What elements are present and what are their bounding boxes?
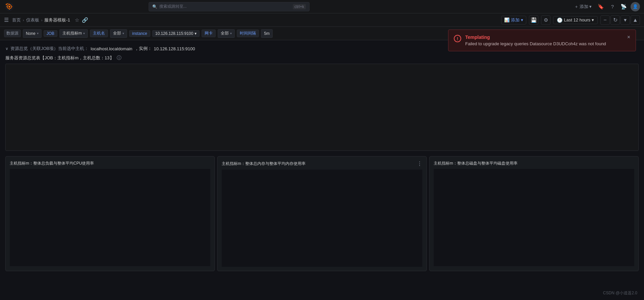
- time-interval-select[interactable]: 5m: [261, 29, 273, 38]
- network-caret-icon: ▾: [230, 32, 232, 35]
- panel-disk-header: 主机指标m：整体总磁盘与整体平均磁盘使用率: [434, 161, 634, 166]
- mark-button[interactable]: 🔖: [596, 2, 606, 11]
- zoom-controls: − ↻ ▾ ▲: [600, 15, 640, 25]
- instance-caret-icon: ▾: [195, 31, 197, 36]
- toast-error-icon: !: [454, 35, 461, 42]
- job-select[interactable]: 主机指标m ▾: [59, 29, 88, 38]
- error-toast: ! Templating Failed to upgrade legacy qu…: [448, 29, 636, 51]
- panel-disk-title: 主机指标m：整体总磁盘与整体平均磁盘使用率: [434, 161, 518, 166]
- hostname-label: 主机名: [90, 29, 108, 37]
- panel-cpu-header: 主机指标m：整体总负载与整体平均CPU使用率: [10, 161, 210, 166]
- datasource-caret-icon: ▾: [37, 32, 39, 35]
- overview-label: 资源总览（关联JOB项）当前选中主机：: [10, 46, 89, 52]
- chart-panels-row: 主机指标m：整体总负载与整体平均CPU使用率 主机指标m：整体总内存与整体平均内…: [5, 156, 639, 271]
- add-caret-icon: ▾: [589, 4, 592, 9]
- datasource-label: 数据源: [4, 29, 21, 37]
- grafana-logo[interactable]: [4, 1, 15, 12]
- instance-select[interactable]: 10.126.128.115:9100 ▾: [152, 30, 200, 37]
- panel-memory-title: 主机指标m：整体总内存与整体平均内存使用率: [222, 161, 306, 167]
- save-dashboard-button[interactable]: 💾: [529, 15, 538, 25]
- search-placeholder: 搜索或跳转至...: [159, 4, 187, 9]
- hamburger-menu[interactable]: ☰: [4, 17, 9, 23]
- panel-section-title: 服务器资源总览表【JOB：主机指标m，主机总数：13】: [5, 55, 114, 61]
- nav-right-actions: ＋ 添加 ▾ 🔖 ? 📡 👤: [572, 2, 640, 11]
- collapse-button[interactable]: ▲: [631, 15, 640, 25]
- breadcrumb-sep-1: ›: [23, 18, 24, 22]
- panel-cpu: 主机指标m：整体总负载与整体平均CPU使用率: [5, 156, 215, 271]
- search-icon: 🔍: [152, 4, 157, 9]
- breadcrumb-bar: ☰ 首页 › 仪表板 › 服务器模板-1 ☆ 🔗 📊 添加 ▾ 💾 ⚙ 🕐 La…: [0, 13, 644, 27]
- overview-instance: 10.126.128.115:9100: [154, 46, 195, 51]
- panel-memory: 主机指标m：整体总内存与整体平均内存使用率 ⋮: [217, 156, 427, 271]
- news-button[interactable]: 📡: [619, 2, 629, 11]
- hostname-select[interactable]: 全部 ▾: [110, 29, 127, 38]
- zoom-options-button[interactable]: ▾: [621, 15, 630, 25]
- toast-title: Templating: [465, 35, 621, 40]
- search-bar[interactable]: 🔍 搜索或跳转至... ctrl+k: [149, 2, 310, 11]
- refresh-button[interactable]: ↻: [610, 15, 620, 25]
- panel-memory-header: 主机指标m：整体总内存与整体平均内存使用率 ⋮: [222, 161, 422, 167]
- svg-point-2: [8, 6, 10, 8]
- overview-comma: ，实例：: [135, 46, 152, 52]
- panel-memory-menu-button[interactable]: ⋮: [417, 161, 422, 167]
- toolbar-right: 📊 添加 ▾ 💾 ⚙ 🕐 Last 12 hours ▾ − ↻ ▾ ▲: [501, 15, 640, 25]
- search-shortcut: ctrl+k: [293, 4, 306, 9]
- toast-close-button[interactable]: ×: [627, 35, 630, 40]
- toast-body: Failed to upgrade legacy queries Datasou…: [465, 41, 621, 46]
- time-interval-label: 时间间隔: [237, 29, 259, 37]
- job-caret-icon: ▾: [83, 32, 85, 35]
- watermark: CSDN @小逍遥2.0: [603, 290, 637, 296]
- hostname-caret-icon: ▾: [122, 32, 124, 35]
- breadcrumb-current: 服务器模板-1: [44, 17, 70, 23]
- clock-icon: 🕐: [557, 17, 562, 23]
- toast-content: Templating Failed to upgrade legacy quer…: [465, 35, 621, 46]
- zoom-out-button[interactable]: −: [600, 15, 610, 25]
- add-panel-button[interactable]: 📊 添加 ▾: [501, 16, 526, 24]
- overview-host: localhost.localdomain: [91, 46, 132, 51]
- instance-label: instance: [129, 30, 150, 37]
- panel-disk: 主机指标m：整体总磁盘与整体平均磁盘使用率: [429, 156, 639, 271]
- table-panel: [5, 64, 639, 151]
- datasource-select[interactable]: None ▾: [23, 29, 42, 38]
- job-label: JOB: [44, 30, 57, 37]
- user-avatar[interactable]: 👤: [631, 2, 640, 11]
- share-icon[interactable]: 🔗: [82, 17, 88, 23]
- panel-disk-body: [434, 169, 634, 266]
- add-panel-caret-icon: ▾: [521, 17, 523, 22]
- help-button[interactable]: ?: [608, 2, 617, 11]
- add-icon: ＋: [574, 4, 579, 10]
- top-navigation: 🔍 搜索或跳转至... ctrl+k ＋ 添加 ▾ 🔖 ? 📡 👤: [0, 0, 644, 13]
- breadcrumb-sep-2: ›: [41, 18, 43, 22]
- time-range-picker[interactable]: 🕐 Last 12 hours ▾: [553, 16, 598, 24]
- breadcrumb-actions: ☆ 🔗: [75, 17, 88, 23]
- add-button[interactable]: ＋ 添加 ▾: [572, 2, 594, 11]
- content-area: ∨ 资源总览（关联JOB项）当前选中主机： localhost.localdom…: [0, 40, 644, 271]
- network-select[interactable]: 全部 ▾: [218, 29, 235, 38]
- panel-memory-body: [222, 170, 422, 267]
- collapse-overview-button[interactable]: ∨: [5, 46, 8, 51]
- settings-button[interactable]: ⚙: [541, 15, 550, 25]
- network-label: 网卡: [202, 29, 216, 37]
- star-icon[interactable]: ☆: [75, 17, 79, 23]
- breadcrumb-dashboards[interactable]: 仪表板: [26, 17, 39, 23]
- info-icon[interactable]: ⓘ: [117, 55, 121, 61]
- add-panel-icon: 📊: [504, 17, 509, 22]
- breadcrumb-home[interactable]: 首页: [12, 17, 21, 23]
- panel-cpu-body: [10, 169, 210, 266]
- panel-section-header: 服务器资源总览表【JOB：主机指标m，主机总数：13】 ⓘ: [5, 55, 639, 61]
- time-caret-icon: ▾: [592, 17, 594, 22]
- panel-cpu-title: 主机指标m：整体总负载与整体平均CPU使用率: [10, 161, 94, 166]
